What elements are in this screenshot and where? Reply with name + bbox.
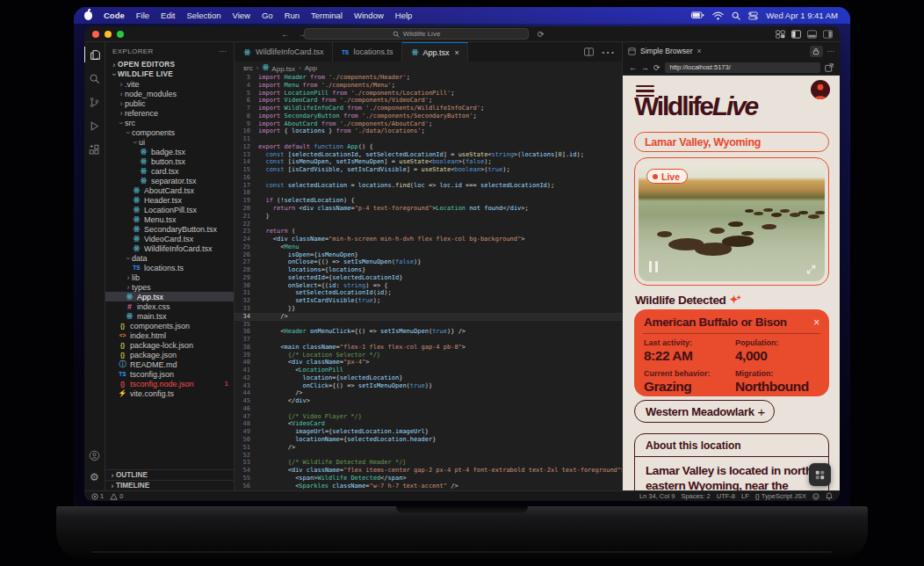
code-line-54[interactable]: 54 <div className="flex items-center gap… [235,467,622,475]
tree-item-aboutcard.tsx[interactable]: AboutCard.tsx [105,185,234,195]
code-line-56[interactable]: 56 <Sparkles className="w-7 h-7 text-acc… [235,483,622,490]
code-line-28[interactable]: 28 locations={locations} [235,266,622,274]
code-line-13[interactable]: 13 const [selectedLocationId, setSelecte… [235,151,622,159]
status-spaces-2[interactable]: Spaces: 2 [681,492,710,500]
tree-item-src[interactable]: ›src [105,118,234,127]
status-typescript-jsx[interactable]: {} TypeScript JSX [755,492,806,500]
panel-tab-close-icon[interactable]: × [697,47,702,55]
tree-item-components.json[interactable]: {}components.json [105,321,234,330]
menu-item-view[interactable]: View [233,11,250,20]
status-lf[interactable]: LF [741,492,749,500]
problems-errors[interactable]: 1 [91,492,104,500]
tree-item-node-modules[interactable]: ›node_modules [105,89,234,98]
code-line-19[interactable]: 19 if (!selectedLocation) { [235,197,622,205]
minimize-window-button[interactable] [105,31,112,38]
code-line-33[interactable]: 33 }} [235,305,622,313]
zoom-window-button[interactable] [117,31,124,38]
lock-icon[interactable] [810,46,823,57]
breadcrumb-app[interactable]: App [305,64,317,72]
tree-item-reference[interactable]: ›reference [105,108,234,118]
search-sidebar-icon[interactable] [84,70,105,86]
panel-tab-label[interactable]: Simple Browser [640,47,693,55]
tab-locations.ts[interactable]: TSlocations.ts [333,42,402,62]
code-line-48[interactable]: 48 <VideoCard [235,420,622,428]
tab-wildlifeinfocard.tsx[interactable]: WildlifeInfoCard.tsx [235,42,333,62]
code-line-3[interactable]: 3import Header from './components/Header… [235,74,622,82]
tree-item-lib[interactable]: ›lib [105,272,234,282]
breadcrumb[interactable]: src›App.tsx›App [235,62,622,74]
code-line-46[interactable]: 46 [235,405,622,413]
code-line-4[interactable]: 4import Menu from './components/Menu'; [235,82,622,90]
browser-forward-icon[interactable]: → [641,63,649,72]
explorer-more-actions[interactable]: ⋯ [220,47,227,55]
code-line-16[interactable]: 16 [235,174,622,182]
code-line-50[interactable]: 50 locationName={selectedLocation.header… [235,436,622,444]
menu-item-terminal[interactable]: Terminal [311,11,343,20]
tree-item-types[interactable]: ›types [105,282,234,292]
code-line-36[interactable]: 36 <Header onMenuClick={() => setIsMenuO… [235,328,622,336]
sidebar-section-outline[interactable]: ›OUTLINE [105,469,234,480]
tree-item-card.tsx[interactable]: card.tsx [105,166,234,176]
code-line-47[interactable]: 47 {/* Video Player */} [235,413,622,421]
breadcrumb-src[interactable]: src [243,64,253,72]
code-line-43[interactable]: 43 onClick={() => setIsMenuOpen(true)} [235,382,622,390]
status-ln-34-col-9[interactable]: Ln 34, Col 9 [639,492,675,500]
code-line-15[interactable]: 15 const [isCardVisible, setIsCardVisibl… [235,166,622,174]
menu-item-help[interactable]: Help [395,11,413,20]
code-line-39[interactable]: 39 {/* Location Selector */} [235,352,622,359]
tree-item-menu.tsx[interactable]: Menu.tsx [105,214,234,224]
tree-item-locationpill.tsx[interactable]: LocationPill.tsx [105,205,234,214]
menu-item-code[interactable]: Code [104,11,125,20]
browser-reload-icon[interactable]: ⟳ [653,63,661,72]
source-control-icon[interactable] [84,94,105,110]
code-line-55[interactable]: 55 <span>Wildlife Detected</span> [235,475,622,483]
code-line-9[interactable]: 9import AboutCard from './components/Abo… [235,120,622,128]
code-line-49[interactable]: 49 imageUrl={selectedLocation.imageUrl} [235,428,622,436]
close-tab-icon[interactable]: × [455,48,459,57]
code-line-8[interactable]: 8import SecondaryButton from './componen… [235,112,622,120]
tree-item-package.json[interactable]: {}package.json [105,350,234,359]
info-card-close-icon[interactable]: × [813,316,819,329]
back-arrow-icon[interactable]: ← [281,29,290,39]
command-center-search[interactable]: Wildlife Live [304,28,529,40]
menu-item-selection[interactable]: Selection [186,11,220,20]
tree-item-videocard.tsx[interactable]: VideoCard.tsx [105,234,234,243]
tree-item-readme.md[interactable]: ⓘREADME.md [105,359,234,369]
code-line-40[interactable]: 40 <div className="px-4"> [235,359,622,366]
tree-item-index.css[interactable]: #index.css [105,301,234,311]
apple-menu-icon[interactable] [84,11,92,20]
browser-back-icon[interactable]: ← [629,63,637,72]
code-line-25[interactable]: 25 <Menu [235,243,622,251]
menubar-clock[interactable]: Wed Apr 1 9:41 AM [766,11,838,20]
code-line-20[interactable]: 20 return <div className="p-4 text-foreg… [235,205,622,213]
spotlight-search-icon[interactable] [732,11,740,20]
problems-warnings[interactable]: 0 [110,492,123,500]
tree-item-index.html[interactable]: <>index.html [105,330,234,340]
explorer-icon[interactable] [84,47,105,62]
menu-item-window[interactable]: Window [354,11,384,20]
notifications-bell-icon[interactable] [826,492,833,500]
extensions-icon[interactable] [84,142,105,157]
code-line-18[interactable]: 18 [235,189,622,197]
tree-item-.vite[interactable]: ›.vite [105,79,234,89]
sidebar-section-timeline[interactable]: ›TIMELINE [105,480,234,490]
location-pill[interactable]: Lamar Valley, Wyoming [634,132,829,152]
code-line-41[interactable]: 41 <LocationPill [235,366,622,374]
western-meadowlark-pill[interactable]: Western Meadowlark + [634,400,775,423]
menu-item-run[interactable]: Run [285,11,300,20]
pause-button[interactable] [649,261,658,272]
tree-item-package-lock.json[interactable]: {}package-lock.json [105,340,234,350]
code-line-32[interactable]: 32 setIsCardVisible(true); [235,297,622,305]
url-input[interactable]: http://localhost:5173/ [665,62,820,73]
tree-section-wildlife-live[interactable]: ›WILDLIFE LIVE [105,69,234,79]
breadcrumb-app.tsx[interactable]: App.tsx [262,63,295,73]
code-line-22[interactable]: 22 [235,221,622,229]
tree-item-header.tsx[interactable]: Header.tsx [105,195,234,205]
feedback-smiley-icon[interactable] [812,493,819,500]
code-line-42[interactable]: 42 location={selectedLocation} [235,374,622,382]
code-line-30[interactable]: 30 onSelect={(id: string) => { [235,282,622,290]
tree-item-badge.tsx[interactable]: badge.tsx [105,147,234,156]
code-line-27[interactable]: 27 onClose={() => setIsMenuOpen(false)} [235,258,622,266]
tree-item-ui[interactable]: ›ui [105,137,234,147]
tree-item-app.tsx[interactable]: App.tsx [105,292,234,301]
